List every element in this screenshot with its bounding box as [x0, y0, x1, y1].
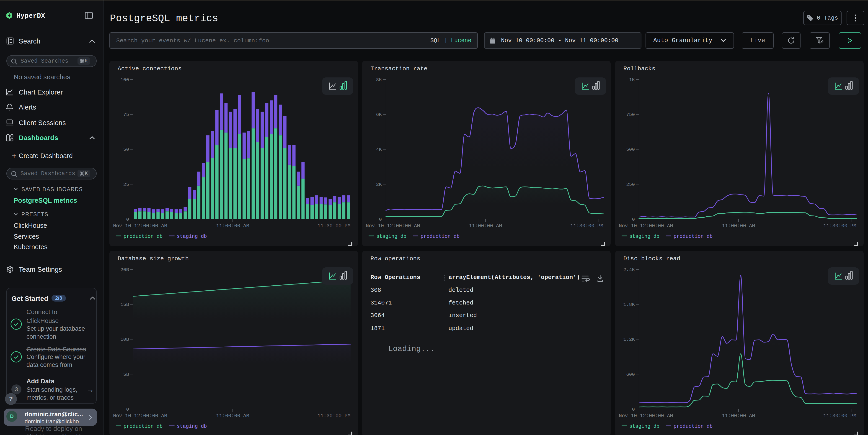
svg-text:1.8K: 1.8K — [623, 302, 635, 307]
svg-text:50: 50 — [123, 147, 129, 153]
svg-text:250: 250 — [626, 182, 635, 187]
svg-text:6K: 6K — [376, 112, 382, 117]
svg-text:2K: 2K — [376, 182, 382, 187]
svg-text:0: 0 — [632, 217, 635, 222]
svg-text:staging_db: staging_db — [376, 234, 406, 239]
svg-text:0: 0 — [126, 407, 129, 412]
svg-text:75: 75 — [123, 112, 129, 117]
svg-text:staging_db: staging_db — [177, 424, 207, 429]
svg-text:production_db: production_db — [674, 424, 713, 429]
svg-text:production_db: production_db — [674, 234, 713, 239]
svg-text:0: 0 — [379, 217, 382, 222]
svg-text:0: 0 — [632, 407, 635, 412]
svg-text:staging_db: staging_db — [629, 234, 659, 239]
svg-text:production_db: production_db — [124, 234, 163, 239]
svg-text:11:00:00 AM: 11:00:00 AM — [469, 223, 502, 229]
svg-text:11:00:00 AM: 11:00:00 AM — [216, 223, 249, 229]
svg-text:2.4K: 2.4K — [623, 267, 635, 272]
svg-text:20B: 20B — [120, 267, 129, 272]
svg-text:Nov 10 12:00:00 AM: Nov 10 12:00:00 AM — [113, 413, 167, 419]
svg-text:11:30:00 PM: 11:30:00 PM — [317, 413, 350, 419]
svg-text:500: 500 — [626, 147, 635, 153]
svg-text:production_db: production_db — [421, 234, 460, 239]
svg-text:8K: 8K — [376, 77, 382, 82]
svg-text:11:30:00 PM: 11:30:00 PM — [317, 223, 350, 229]
svg-text:4K: 4K — [376, 147, 382, 153]
svg-text:15B: 15B — [120, 302, 129, 307]
svg-text:0: 0 — [126, 217, 129, 222]
svg-text:11:30:00 PM: 11:30:00 PM — [823, 223, 857, 229]
svg-text:11:00:00 AM: 11:00:00 AM — [216, 413, 249, 419]
svg-text:10B: 10B — [120, 337, 129, 342]
svg-text:11:00:00 AM: 11:00:00 AM — [722, 223, 755, 229]
svg-text:Nov 10 12:00:00 AM: Nov 10 12:00:00 AM — [619, 413, 673, 419]
svg-text:11:30:00 PM: 11:30:00 PM — [823, 413, 857, 419]
svg-text:600: 600 — [626, 372, 635, 377]
svg-text:11:00:00 AM: 11:00:00 AM — [722, 413, 755, 419]
svg-text:1.2K: 1.2K — [623, 337, 635, 342]
svg-text:25: 25 — [123, 182, 129, 187]
svg-text:staging_db: staging_db — [629, 424, 659, 429]
svg-text:1K: 1K — [629, 77, 635, 82]
svg-text:Nov 10 12:00:00 AM: Nov 10 12:00:00 AM — [366, 223, 420, 229]
svg-text:Nov 10 12:00:00 AM: Nov 10 12:00:00 AM — [113, 223, 167, 229]
svg-text:750: 750 — [626, 112, 635, 117]
svg-text:11:30:00 PM: 11:30:00 PM — [570, 223, 603, 229]
svg-text:Nov 10 12:00:00 AM: Nov 10 12:00:00 AM — [619, 223, 673, 229]
svg-text:staging_db: staging_db — [177, 234, 207, 239]
svg-text:production_db: production_db — [124, 424, 163, 429]
svg-text:5B: 5B — [123, 372, 129, 377]
svg-text:100: 100 — [120, 77, 129, 82]
